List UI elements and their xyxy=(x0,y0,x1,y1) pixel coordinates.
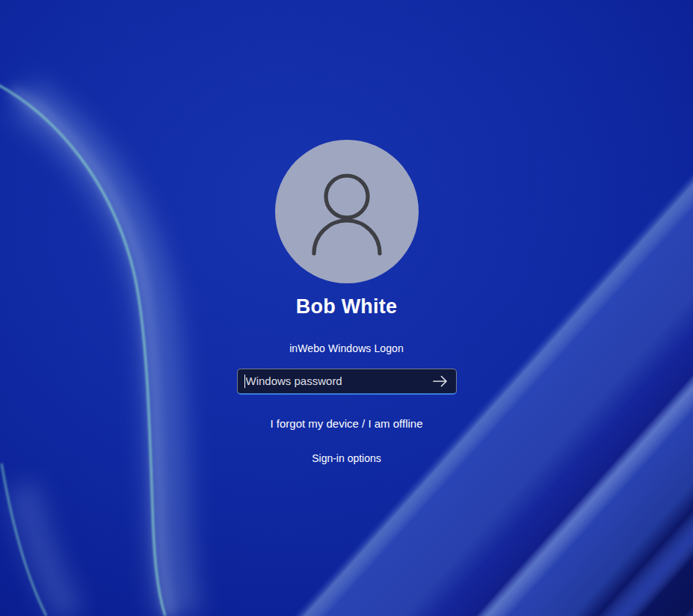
password-field-group xyxy=(237,369,457,395)
avatar xyxy=(275,140,419,283)
windows-lock-screen: Bob White inWebo Windows Logon I forgot … xyxy=(0,0,693,616)
provider-label: inWebo Windows Logon xyxy=(289,342,404,355)
login-panel: Bob White inWebo Windows Logon I forgot … xyxy=(0,0,693,616)
password-input[interactable] xyxy=(237,369,457,395)
arrow-right-icon xyxy=(432,375,449,387)
submit-button[interactable] xyxy=(425,370,455,392)
sign-in-options-link[interactable]: Sign-in options xyxy=(312,452,381,465)
forgot-device-link[interactable]: I forgot my device / I am offline xyxy=(271,416,423,431)
user-name: Bob White xyxy=(296,295,397,318)
person-icon xyxy=(275,140,419,283)
